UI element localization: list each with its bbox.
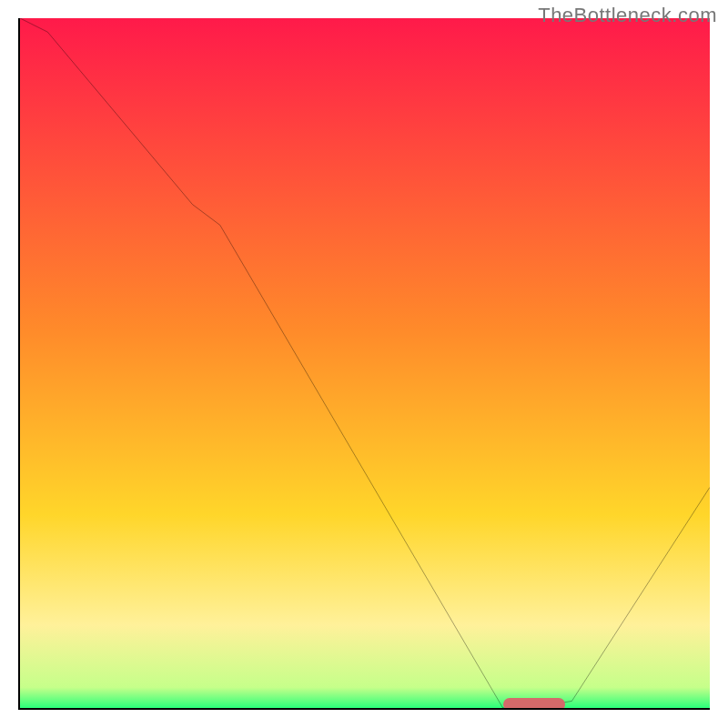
- optimal-marker: [503, 698, 565, 710]
- bottleneck-curve: [20, 18, 710, 708]
- attribution-text: TheBottleneck.com: [538, 4, 717, 27]
- plot-area: [18, 18, 710, 710]
